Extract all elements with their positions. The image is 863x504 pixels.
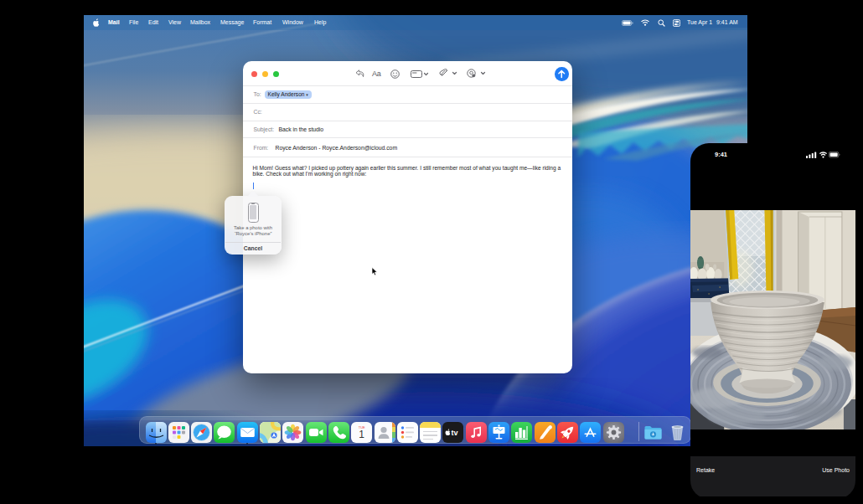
svg-text:tv: tv bbox=[452, 429, 458, 437]
